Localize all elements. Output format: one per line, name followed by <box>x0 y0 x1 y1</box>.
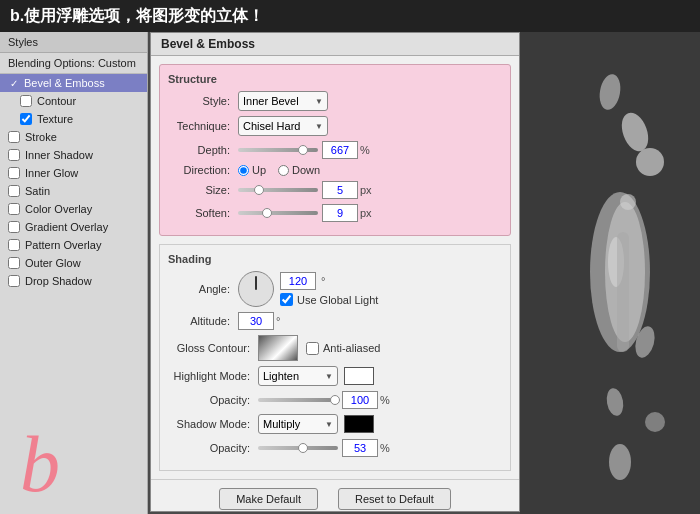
shadow-color-swatch[interactable] <box>344 415 374 433</box>
highlight-opacity-slider-track[interactable] <box>258 398 338 402</box>
sidebar-item-contour[interactable]: Contour <box>0 92 147 110</box>
pattern-overlay-checkbox[interactable] <box>8 239 20 251</box>
direction-label: Direction: <box>168 164 238 176</box>
direction-down-label: Down <box>292 164 320 176</box>
inner-glow-checkbox[interactable] <box>8 167 20 179</box>
outer-glow-checkbox[interactable] <box>8 257 20 269</box>
direction-up-item: Up <box>238 164 266 176</box>
shadow-opacity-input[interactable] <box>342 439 378 457</box>
angle-label: Angle: <box>168 283 238 295</box>
size-label: Size: <box>168 184 238 196</box>
angle-control: ° Use Global Light <box>238 271 502 307</box>
highlight-mode-label: Highlight Mode: <box>168 370 258 382</box>
texture-checkbox[interactable] <box>20 113 32 125</box>
svg-rect-12 <box>617 232 629 352</box>
altitude-control: ° <box>238 312 502 330</box>
drop-shadow-checkbox[interactable] <box>8 275 20 287</box>
svg-point-9 <box>645 412 665 432</box>
style-dropdown[interactable]: Inner Bevel ▼ <box>238 91 328 111</box>
sidebar-item-color-overlay[interactable]: Color Overlay <box>0 200 147 218</box>
technique-control: Chisel Hard ▼ <box>238 116 502 136</box>
soften-unit: px <box>360 207 372 219</box>
shadow-opacity-control: % <box>258 439 502 457</box>
soften-input[interactable] <box>322 204 358 222</box>
sidebar-item-bevel-emboss[interactable]: ✓ Bevel & Emboss <box>0 74 147 92</box>
left-panel: Styles Blending Options: Custom ✓ Bevel … <box>0 32 148 514</box>
sidebar-item-outer-glow[interactable]: Outer Glow <box>0 254 147 272</box>
inner-shadow-checkbox[interactable] <box>8 149 20 161</box>
color-overlay-checkbox[interactable] <box>8 203 20 215</box>
top-banner: b.使用浮雕选项，将图形变的立体！ <box>0 0 700 32</box>
depth-row: Depth: % <box>168 141 502 159</box>
sidebar-item-pattern-overlay[interactable]: Pattern Overlay <box>0 236 147 254</box>
depth-input[interactable] <box>322 141 358 159</box>
gloss-contour-row: Gloss Contour: Anti-aliased <box>168 335 502 361</box>
direction-down-radio[interactable] <box>278 165 289 176</box>
size-slider-track[interactable] <box>238 188 318 192</box>
sidebar-item-stroke[interactable]: Stroke <box>0 128 147 146</box>
gloss-contour-label: Gloss Contour: <box>168 342 258 354</box>
direction-radio-group: Up Down <box>238 164 320 176</box>
sidebar-item-inner-glow[interactable]: Inner Glow <box>0 164 147 182</box>
sidebar-item-drop-shadow[interactable]: Drop Shadow <box>0 272 147 290</box>
depth-slider-track[interactable] <box>238 148 318 152</box>
bevel-structure-section: Structure Style: Inner Bevel ▼ Technique… <box>159 64 511 236</box>
dialog-title: Bevel & Emboss <box>151 33 519 56</box>
size-slider-thumb[interactable] <box>254 185 264 195</box>
shadow-mode-arrow: ▼ <box>325 420 333 429</box>
shadow-opacity-slider-track[interactable] <box>258 446 338 450</box>
sidebar-item-gradient-overlay[interactable]: Gradient Overlay <box>0 218 147 236</box>
anti-aliased-checkbox[interactable] <box>306 342 319 355</box>
styles-header: Styles <box>0 32 147 53</box>
altitude-input[interactable] <box>238 312 274 330</box>
technique-dropdown[interactable]: Chisel Hard ▼ <box>238 116 328 136</box>
shadow-mode-row: Shadow Mode: Multiply ▼ <box>168 414 502 434</box>
altitude-row: Altitude: ° <box>168 312 502 330</box>
depth-slider-thumb[interactable] <box>298 145 308 155</box>
direction-control: Up Down <box>238 164 502 176</box>
sidebar-item-texture[interactable]: Texture <box>0 110 147 128</box>
style-label: Style: <box>168 95 238 107</box>
technique-dropdown-arrow: ▼ <box>315 122 323 131</box>
shading-label: Shading <box>168 253 502 265</box>
bevel-emboss-dialog: Bevel & Emboss Structure Style: Inner Be… <box>150 32 520 512</box>
make-default-button[interactable]: Make Default <box>219 488 318 510</box>
soften-slider-track[interactable] <box>238 211 318 215</box>
soften-control: px <box>238 204 502 222</box>
technique-label: Technique: <box>168 120 238 132</box>
depth-unit: % <box>360 144 370 156</box>
use-global-light-checkbox[interactable] <box>280 293 293 306</box>
gradient-overlay-checkbox[interactable] <box>8 221 20 233</box>
angle-row: Angle: ° Use Global Light <box>168 271 502 307</box>
size-input[interactable] <box>322 181 358 199</box>
depth-label: Depth: <box>168 144 238 156</box>
altitude-label: Altitude: <box>168 315 238 327</box>
highlight-opacity-slider-thumb[interactable] <box>330 395 340 405</box>
soften-slider-thumb[interactable] <box>262 208 272 218</box>
banner-text: b.使用浮雕选项，将图形变的立体！ <box>10 6 264 27</box>
reset-to-default-button[interactable]: Reset to Default <box>338 488 451 510</box>
direction-down-item: Down <box>278 164 320 176</box>
angle-dial[interactable] <box>238 271 274 307</box>
angle-input[interactable] <box>280 272 316 290</box>
shadow-opacity-slider-thumb[interactable] <box>298 443 308 453</box>
satin-checkbox[interactable] <box>8 185 20 197</box>
direction-up-radio[interactable] <box>238 165 249 176</box>
highlight-mode-dropdown[interactable]: Lighten ▼ <box>258 366 338 386</box>
highlight-opacity-row: Opacity: % <box>168 391 502 409</box>
splash-decoration <box>520 32 700 514</box>
size-control: px <box>238 181 502 199</box>
stroke-checkbox[interactable] <box>8 131 20 143</box>
highlight-color-swatch[interactable] <box>344 367 374 385</box>
shadow-mode-dropdown[interactable]: Multiply ▼ <box>258 414 338 434</box>
size-row: Size: px <box>168 181 502 199</box>
sidebar-item-inner-shadow[interactable]: Inner Shadow <box>0 146 147 164</box>
blending-options-label: Blending Options: Custom <box>0 53 147 74</box>
gloss-contour-preview[interactable] <box>258 335 298 361</box>
direction-up-label: Up <box>252 164 266 176</box>
shadow-opacity-unit: % <box>380 442 390 454</box>
contour-checkbox[interactable] <box>20 95 32 107</box>
highlight-opacity-input[interactable] <box>342 391 378 409</box>
sidebar-item-satin[interactable]: Satin <box>0 182 147 200</box>
soften-label: Soften: <box>168 207 238 219</box>
